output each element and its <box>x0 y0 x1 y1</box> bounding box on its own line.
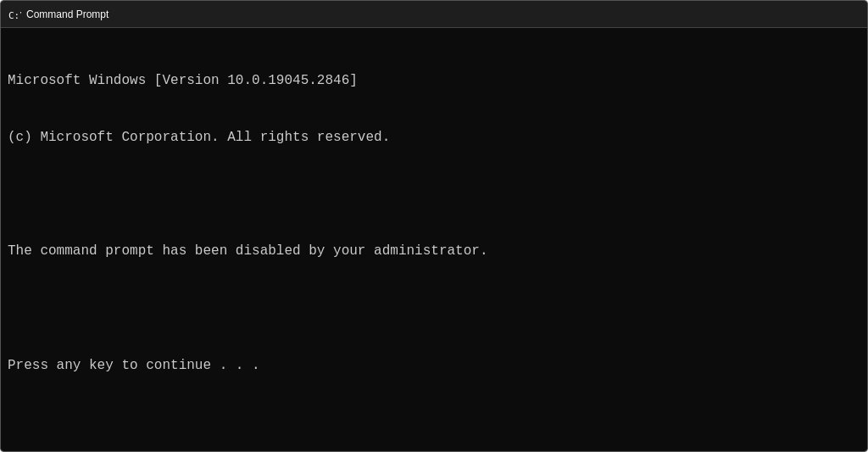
console-output: Microsoft Windows [Version 10.0.19045.28… <box>8 33 860 413</box>
console-blank-2 <box>8 299 860 317</box>
command-prompt-window: C:\ Command Prompt Microsoft Windows [Ve… <box>0 0 868 452</box>
console-blank-1 <box>8 185 860 204</box>
title-bar: C:\ Command Prompt <box>1 1 867 28</box>
cmd-icon: C:\ <box>8 8 21 21</box>
console-body[interactable]: Microsoft Windows [Version 10.0.19045.28… <box>1 28 867 451</box>
svg-text:C:\: C:\ <box>8 10 21 21</box>
console-line-2: (c) Microsoft Corporation. All rights re… <box>8 128 860 147</box>
console-line-3: The command prompt has been disabled by … <box>8 242 860 260</box>
console-line-1: Microsoft Windows [Version 10.0.19045.28… <box>8 71 860 90</box>
console-line-4: Press any key to continue . . . <box>8 356 860 375</box>
window-title: Command Prompt <box>26 8 108 20</box>
